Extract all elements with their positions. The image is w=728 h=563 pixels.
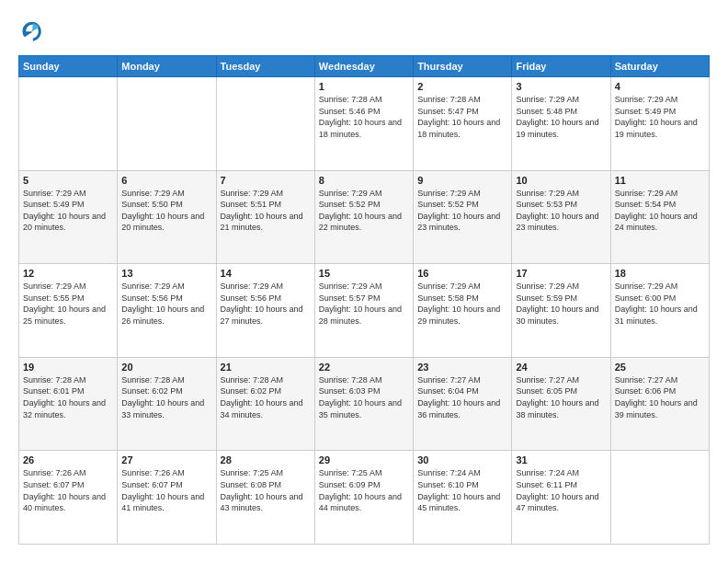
day-number: 3 <box>516 81 606 92</box>
calendar-cell: 1 Sunrise: 7:28 AM Sunset: 5:46 PM Dayli… <box>314 77 413 171</box>
day-info: Sunrise: 7:29 AM Sunset: 5:48 PM Dayligh… <box>516 94 606 140</box>
calendar-cell: 8 Sunrise: 7:29 AM Sunset: 5:52 PM Dayli… <box>314 170 413 264</box>
day-number: 7 <box>221 175 311 186</box>
day-number: 8 <box>319 175 409 186</box>
day-info: Sunrise: 7:28 AM Sunset: 6:01 PM Dayligh… <box>23 374 113 420</box>
day-number: 19 <box>23 362 113 373</box>
day-header-friday: Friday <box>512 56 610 77</box>
calendar-cell: 28 Sunrise: 7:25 AM Sunset: 6:08 PM Dayl… <box>216 451 314 545</box>
calendar-cell: 15 Sunrise: 7:29 AM Sunset: 5:57 PM Dayl… <box>314 264 413 358</box>
day-number: 21 <box>221 362 311 373</box>
day-number: 15 <box>319 268 409 279</box>
day-info: Sunrise: 7:29 AM Sunset: 5:56 PM Dayligh… <box>221 281 311 327</box>
day-info: Sunrise: 7:28 AM Sunset: 5:46 PM Dayligh… <box>319 94 409 140</box>
calendar-cell: 31 Sunrise: 7:24 AM Sunset: 6:11 PM Dayl… <box>512 451 610 545</box>
day-info: Sunrise: 7:29 AM Sunset: 5:59 PM Dayligh… <box>516 281 606 327</box>
day-header-sunday: Sunday <box>19 56 118 77</box>
day-info: Sunrise: 7:29 AM Sunset: 5:53 PM Dayligh… <box>516 188 606 234</box>
page: SundayMondayTuesdayWednesdayThursdayFrid… <box>0 0 728 563</box>
day-number: 22 <box>319 362 409 373</box>
day-info: Sunrise: 7:29 AM Sunset: 5:51 PM Dayligh… <box>221 188 311 234</box>
calendar-cell: 30 Sunrise: 7:24 AM Sunset: 6:10 PM Dayl… <box>414 451 512 545</box>
day-number: 27 <box>121 454 211 465</box>
day-number: 29 <box>319 454 409 465</box>
calendar-cell <box>216 77 314 171</box>
day-info: Sunrise: 7:24 AM Sunset: 6:11 PM Dayligh… <box>516 467 606 513</box>
day-info: Sunrise: 7:29 AM Sunset: 5:58 PM Dayligh… <box>417 281 507 327</box>
calendar-cell: 23 Sunrise: 7:27 AM Sunset: 6:04 PM Dayl… <box>414 357 512 451</box>
day-number: 24 <box>516 362 606 373</box>
day-info: Sunrise: 7:26 AM Sunset: 6:07 PM Dayligh… <box>121 467 211 513</box>
day-info: Sunrise: 7:28 AM Sunset: 6:02 PM Dayligh… <box>121 374 211 420</box>
day-number: 4 <box>615 81 705 92</box>
day-number: 17 <box>516 268 606 279</box>
day-number: 5 <box>23 175 113 186</box>
day-number: 20 <box>121 362 211 373</box>
calendar-cell: 22 Sunrise: 7:28 AM Sunset: 6:03 PM Dayl… <box>314 357 413 451</box>
day-number: 10 <box>516 175 606 186</box>
day-header-thursday: Thursday <box>414 56 512 77</box>
day-number: 30 <box>417 454 507 465</box>
day-info: Sunrise: 7:26 AM Sunset: 6:07 PM Dayligh… <box>23 467 113 513</box>
header <box>18 18 710 46</box>
calendar-cell: 10 Sunrise: 7:29 AM Sunset: 5:53 PM Dayl… <box>512 170 610 264</box>
calendar-cell: 11 Sunrise: 7:29 AM Sunset: 5:54 PM Dayl… <box>610 170 709 264</box>
day-number: 26 <box>23 454 113 465</box>
day-number: 16 <box>417 268 507 279</box>
week-row-4: 19 Sunrise: 7:28 AM Sunset: 6:01 PM Dayl… <box>19 357 710 451</box>
calendar-cell <box>19 77 118 171</box>
day-number: 31 <box>516 454 606 465</box>
calendar-cell: 3 Sunrise: 7:29 AM Sunset: 5:48 PM Dayli… <box>512 77 610 171</box>
calendar-cell <box>610 451 709 545</box>
logo <box>18 18 50 46</box>
day-number: 2 <box>417 81 507 92</box>
week-row-1: 1 Sunrise: 7:28 AM Sunset: 5:46 PM Dayli… <box>19 77 710 171</box>
week-row-5: 26 Sunrise: 7:26 AM Sunset: 6:07 PM Dayl… <box>19 451 710 545</box>
day-info: Sunrise: 7:29 AM Sunset: 5:49 PM Dayligh… <box>615 94 705 140</box>
day-info: Sunrise: 7:25 AM Sunset: 6:09 PM Dayligh… <box>319 467 409 513</box>
calendar-cell: 21 Sunrise: 7:28 AM Sunset: 6:02 PM Dayl… <box>216 357 314 451</box>
calendar-cell: 5 Sunrise: 7:29 AM Sunset: 5:49 PM Dayli… <box>19 170 118 264</box>
day-number: 25 <box>615 362 705 373</box>
calendar-cell: 19 Sunrise: 7:28 AM Sunset: 6:01 PM Dayl… <box>19 357 118 451</box>
calendar-cell: 20 Sunrise: 7:28 AM Sunset: 6:02 PM Dayl… <box>118 357 216 451</box>
day-info: Sunrise: 7:29 AM Sunset: 5:55 PM Dayligh… <box>23 281 113 327</box>
calendar-cell: 6 Sunrise: 7:29 AM Sunset: 5:50 PM Dayli… <box>118 170 216 264</box>
day-info: Sunrise: 7:28 AM Sunset: 5:47 PM Dayligh… <box>417 94 507 140</box>
day-info: Sunrise: 7:29 AM Sunset: 5:56 PM Dayligh… <box>121 281 211 327</box>
day-header-monday: Monday <box>118 56 216 77</box>
calendar-cell <box>118 77 216 171</box>
calendar-header-row: SundayMondayTuesdayWednesdayThursdayFrid… <box>19 56 710 77</box>
calendar-cell: 26 Sunrise: 7:26 AM Sunset: 6:07 PM Dayl… <box>19 451 118 545</box>
day-info: Sunrise: 7:28 AM Sunset: 6:03 PM Dayligh… <box>319 374 409 420</box>
day-number: 9 <box>417 175 507 186</box>
calendar-cell: 16 Sunrise: 7:29 AM Sunset: 5:58 PM Dayl… <box>414 264 512 358</box>
day-info: Sunrise: 7:27 AM Sunset: 6:04 PM Dayligh… <box>417 374 507 420</box>
day-header-wednesday: Wednesday <box>314 56 413 77</box>
day-info: Sunrise: 7:29 AM Sunset: 5:52 PM Dayligh… <box>319 188 409 234</box>
calendar-cell: 27 Sunrise: 7:26 AM Sunset: 6:07 PM Dayl… <box>118 451 216 545</box>
calendar-cell: 17 Sunrise: 7:29 AM Sunset: 5:59 PM Dayl… <box>512 264 610 358</box>
day-info: Sunrise: 7:27 AM Sunset: 6:05 PM Dayligh… <box>516 374 606 420</box>
day-info: Sunrise: 7:29 AM Sunset: 5:57 PM Dayligh… <box>319 281 409 327</box>
day-info: Sunrise: 7:29 AM Sunset: 5:49 PM Dayligh… <box>23 188 113 234</box>
day-number: 23 <box>417 362 507 373</box>
day-info: Sunrise: 7:24 AM Sunset: 6:10 PM Dayligh… <box>417 467 507 513</box>
day-info: Sunrise: 7:29 AM Sunset: 5:52 PM Dayligh… <box>417 188 507 234</box>
day-info: Sunrise: 7:25 AM Sunset: 6:08 PM Dayligh… <box>221 467 311 513</box>
calendar-cell: 24 Sunrise: 7:27 AM Sunset: 6:05 PM Dayl… <box>512 357 610 451</box>
calendar-cell: 13 Sunrise: 7:29 AM Sunset: 5:56 PM Dayl… <box>118 264 216 358</box>
calendar-table: SundayMondayTuesdayWednesdayThursdayFrid… <box>18 55 710 545</box>
calendar-cell: 12 Sunrise: 7:29 AM Sunset: 5:55 PM Dayl… <box>19 264 118 358</box>
day-number: 28 <box>221 454 311 465</box>
day-info: Sunrise: 7:29 AM Sunset: 6:00 PM Dayligh… <box>615 281 705 327</box>
day-info: Sunrise: 7:29 AM Sunset: 5:54 PM Dayligh… <box>615 188 705 234</box>
calendar-cell: 7 Sunrise: 7:29 AM Sunset: 5:51 PM Dayli… <box>216 170 314 264</box>
day-number: 1 <box>319 81 409 92</box>
calendar-cell: 14 Sunrise: 7:29 AM Sunset: 5:56 PM Dayl… <box>216 264 314 358</box>
day-number: 11 <box>615 175 705 186</box>
day-number: 18 <box>615 268 705 279</box>
day-number: 13 <box>121 268 211 279</box>
day-number: 6 <box>121 175 211 186</box>
day-header-saturday: Saturday <box>610 56 709 77</box>
